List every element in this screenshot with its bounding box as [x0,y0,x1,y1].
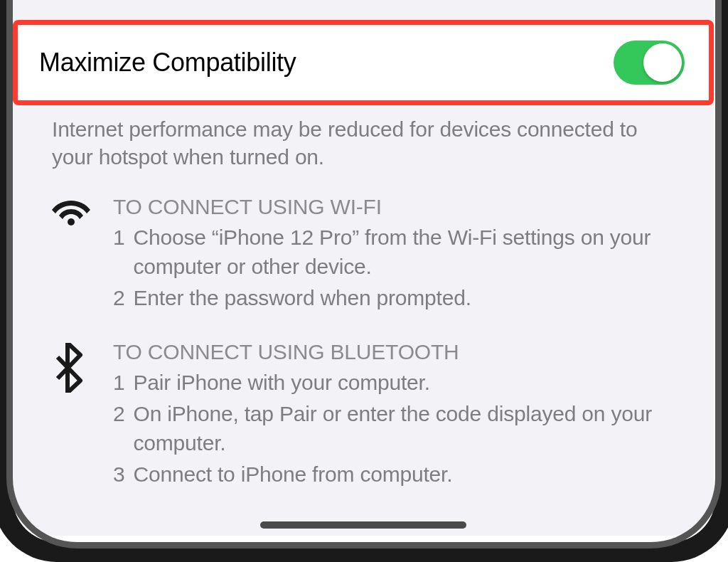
bluetooth-step-1: 1 Pair iPhone with your computer. [113,369,668,398]
step-text: Connect to iPhone from computer. [134,460,453,489]
step-text: On iPhone, tap Pair or enter the code di… [134,400,668,457]
bluetooth-step-3: 3 Connect to iPhone from computer. [113,460,668,489]
step-number: 1 [113,369,125,398]
toggle-knob [643,43,682,82]
step-number: 2 [113,284,125,313]
maximize-compatibility-row: Maximize Compatibility [13,20,714,105]
settings-screen: Maximize Compatibility Internet performa… [13,0,714,536]
wifi-icon [52,195,92,316]
wifi-step-1: 1 Choose “iPhone 12 Pro” from the Wi-Fi … [113,223,668,281]
bluetooth-step-2: 2 On iPhone, tap Pair or enter the code … [113,400,668,457]
wifi-section: TO CONNECT USING WI-FI 1 Choose “iPhone … [52,195,675,316]
maximize-compatibility-toggle[interactable] [614,41,685,85]
bluetooth-icon [52,340,92,492]
wifi-header: TO CONNECT USING WI-FI [113,195,668,219]
bluetooth-body: TO CONNECT USING BLUETOOTH 1 Pair iPhone… [113,340,668,492]
setting-footer-text: Internet performance may be reduced for … [52,105,675,171]
step-text: Enter the password when prompted. [134,284,471,313]
maximize-compatibility-label: Maximize Compatibility [39,48,296,78]
svg-point-0 [68,218,75,226]
wifi-body: TO CONNECT USING WI-FI 1 Choose “iPhone … [113,195,668,316]
bluetooth-section: TO CONNECT USING BLUETOOTH 1 Pair iPhone… [52,340,675,492]
bluetooth-header: TO CONNECT USING BLUETOOTH [113,340,668,364]
home-indicator[interactable] [260,521,466,529]
wifi-step-2: 2 Enter the password when prompted. [113,284,668,313]
step-number: 3 [113,460,125,489]
step-text: Pair iPhone with your computer. [134,369,430,398]
step-number: 1 [113,223,125,281]
step-number: 2 [113,400,125,457]
step-text: Choose “iPhone 12 Pro” from the Wi-Fi se… [134,223,668,281]
